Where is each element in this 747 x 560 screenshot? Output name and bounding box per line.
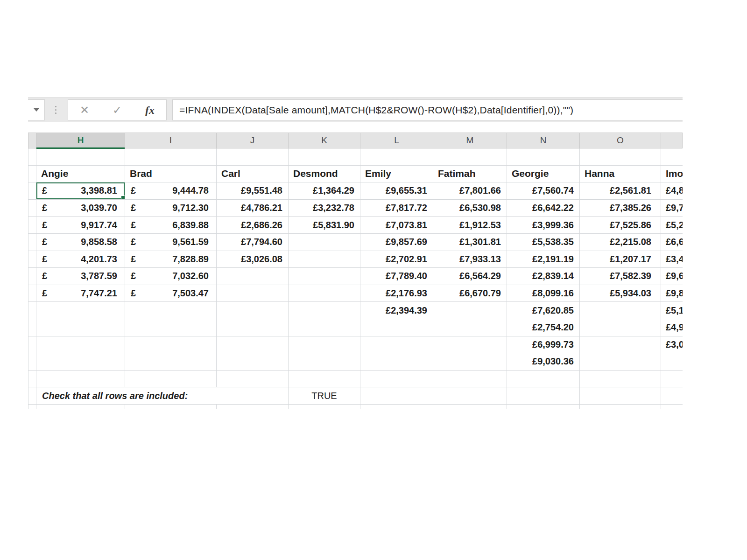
cell[interactable]: £7,801.66 bbox=[433, 182, 507, 200]
cell[interactable] bbox=[433, 319, 507, 336]
name-cell-georgie[interactable]: Georgie bbox=[507, 166, 580, 183]
cell[interactable] bbox=[36, 148, 125, 166]
cell[interactable] bbox=[289, 148, 360, 166]
cell[interactable] bbox=[28, 405, 36, 409]
cell[interactable]: £3,039.70 bbox=[36, 200, 125, 217]
cell[interactable] bbox=[661, 148, 683, 166]
cell[interactable] bbox=[217, 336, 289, 354]
cell[interactable] bbox=[217, 302, 289, 319]
cell[interactable] bbox=[289, 371, 360, 388]
cell[interactable] bbox=[28, 182, 36, 200]
cell[interactable] bbox=[28, 234, 36, 251]
cell[interactable]: £7,560.74 bbox=[507, 182, 580, 200]
cell[interactable] bbox=[507, 405, 580, 409]
cell[interactable]: £5,934.03 bbox=[580, 285, 661, 302]
cell[interactable] bbox=[360, 405, 433, 409]
cell[interactable] bbox=[217, 319, 289, 336]
cell[interactable]: £4,8 bbox=[661, 182, 683, 200]
cell[interactable] bbox=[36, 302, 125, 319]
cell[interactable]: £7,385.26 bbox=[580, 200, 661, 217]
cell[interactable]: £7,789.40 bbox=[360, 268, 433, 285]
cell[interactable] bbox=[661, 371, 683, 388]
cell[interactable] bbox=[289, 268, 360, 285]
cell[interactable] bbox=[289, 405, 360, 409]
cancel-icon[interactable]: ✕ bbox=[80, 105, 89, 116]
cell[interactable] bbox=[28, 166, 36, 183]
cell[interactable]: £9,712.30 bbox=[125, 200, 217, 217]
cell[interactable] bbox=[433, 336, 507, 354]
cell[interactable] bbox=[36, 371, 125, 388]
cell[interactable]: £7,503.47 bbox=[125, 285, 217, 302]
cell[interactable] bbox=[360, 148, 433, 166]
cell[interactable]: £3,026.08 bbox=[217, 251, 289, 268]
name-cell-emily[interactable]: Emily bbox=[360, 166, 433, 183]
cell[interactable] bbox=[360, 371, 433, 388]
cell[interactable]: £9,6 bbox=[661, 268, 683, 285]
cell[interactable]: £9,857.69 bbox=[360, 234, 433, 251]
cell[interactable]: £1,912.53 bbox=[433, 217, 507, 234]
cell[interactable] bbox=[217, 285, 289, 302]
cell[interactable]: £5,538.35 bbox=[507, 234, 580, 251]
cell[interactable]: £9,655.31 bbox=[360, 182, 433, 200]
cell[interactable] bbox=[217, 353, 289, 371]
cell[interactable]: £4,786.21 bbox=[217, 200, 289, 217]
name-box-dropdown-icon[interactable] bbox=[34, 108, 39, 112]
cell[interactable] bbox=[217, 405, 289, 409]
cell[interactable] bbox=[289, 302, 360, 319]
cell[interactable] bbox=[28, 371, 36, 388]
name-cell-carl[interactable]: Carl bbox=[217, 166, 289, 183]
cell[interactable]: £6,999.73 bbox=[507, 336, 580, 354]
cell[interactable] bbox=[580, 148, 661, 166]
cell[interactable]: £6,670.79 bbox=[433, 285, 507, 302]
cell[interactable] bbox=[125, 302, 217, 319]
cell[interactable] bbox=[661, 353, 683, 371]
cell[interactable] bbox=[433, 302, 507, 319]
cell[interactable] bbox=[507, 387, 580, 405]
cell[interactable] bbox=[360, 353, 433, 371]
cell[interactable] bbox=[217, 371, 289, 388]
cell[interactable] bbox=[28, 285, 36, 302]
cell[interactable] bbox=[289, 251, 360, 268]
column-header-I[interactable]: I bbox=[125, 133, 217, 148]
cell[interactable]: £3,232.78 bbox=[289, 200, 360, 217]
cell[interactable]: £6,564.29 bbox=[433, 268, 507, 285]
column-header-H[interactable]: H bbox=[36, 133, 125, 148]
cell[interactable] bbox=[125, 353, 217, 371]
column-header-O[interactable]: O bbox=[580, 133, 661, 148]
cell[interactable] bbox=[360, 336, 433, 354]
cell[interactable]: £2,191.19 bbox=[507, 251, 580, 268]
cell[interactable]: £1,301.81 bbox=[433, 234, 507, 251]
column-header-J[interactable]: J bbox=[217, 133, 289, 148]
cell[interactable] bbox=[661, 387, 683, 405]
cell[interactable] bbox=[580, 405, 661, 409]
cell[interactable]: £9,444.78 bbox=[125, 182, 217, 200]
cell[interactable]: £5,831.90 bbox=[289, 217, 360, 234]
cell[interactable] bbox=[289, 319, 360, 336]
cell[interactable] bbox=[28, 302, 36, 319]
cell[interactable] bbox=[433, 353, 507, 371]
cell[interactable]: £7,817.72 bbox=[360, 200, 433, 217]
column-header-K[interactable]: K bbox=[289, 133, 360, 148]
cell[interactable]: £9,917.74 bbox=[36, 217, 125, 234]
cell[interactable] bbox=[360, 319, 433, 336]
enter-icon[interactable]: ✓ bbox=[113, 105, 122, 116]
cell[interactable] bbox=[433, 148, 507, 166]
cell[interactable] bbox=[28, 353, 36, 371]
name-cell-imogen[interactable]: Imogen bbox=[661, 166, 683, 183]
cell[interactable] bbox=[289, 285, 360, 302]
cell[interactable]: £9,561.59 bbox=[125, 234, 217, 251]
name-cell-fatimah[interactable]: Fatimah bbox=[433, 166, 507, 183]
cell[interactable]: £4,9 bbox=[661, 319, 683, 336]
cell[interactable] bbox=[125, 405, 217, 409]
cell[interactable]: £8,099.16 bbox=[507, 285, 580, 302]
cell[interactable] bbox=[580, 387, 661, 405]
column-header[interactable] bbox=[28, 133, 36, 148]
column-header[interactable] bbox=[661, 133, 683, 148]
cell[interactable] bbox=[507, 148, 580, 166]
cell[interactable] bbox=[36, 319, 125, 336]
insert-function-icon[interactable]: fx bbox=[145, 105, 155, 116]
cell[interactable] bbox=[28, 268, 36, 285]
cell[interactable]: £7,582.39 bbox=[580, 268, 661, 285]
cell[interactable]: £6,6 bbox=[661, 234, 683, 251]
cell[interactable] bbox=[289, 353, 360, 371]
